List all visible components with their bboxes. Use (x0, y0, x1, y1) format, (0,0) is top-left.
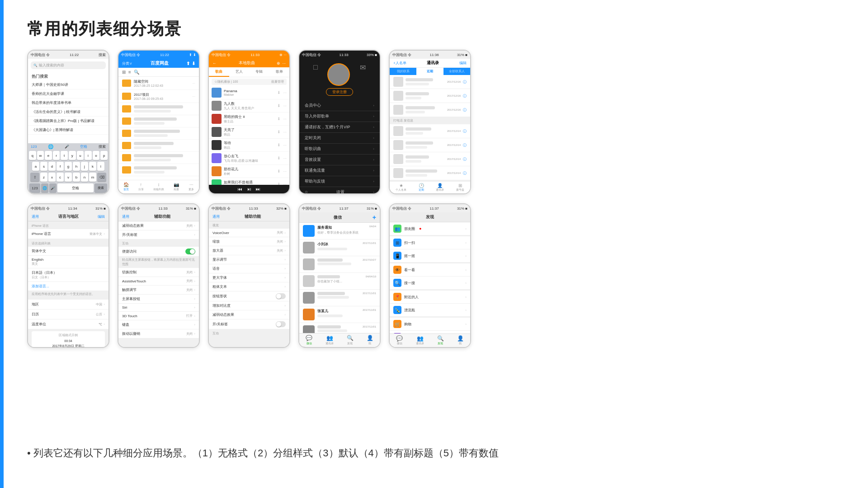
phone4-menu-invite[interactable]: 通请好友，互赠1个月VIP › (299, 122, 380, 133)
phone10-nav-me[interactable]: 👤 我 (457, 335, 464, 346)
phone5-contact-6: 2017/12/14 ⓘ (390, 152, 470, 166)
phone2-nav-more[interactable]: ··· 更多 (189, 182, 194, 192)
phone8-row-speech[interactable]: 语音 › (209, 264, 289, 273)
phone1-content: 输入搜索的内容 热门搜索 大师课｜中国史前50讲 香帅的北大金融学课 韩总带来的… (28, 59, 108, 193)
phone5-nav-keypad[interactable]: ⊞ 拨号盘 (456, 183, 464, 192)
phone9-nav-contacts[interactable]: 👥 通讯录 (326, 335, 334, 346)
bottom-bullet-text: • 列表它还有以下几种细分应用场景。（1）无格式（2）分组样式（3）默认（4）带… (27, 445, 499, 461)
phone7-row-3dtouch[interactable]: 3D Touch 打开 › (118, 312, 199, 320)
phone8-nav-bar: 通用 辅助功能 (209, 212, 289, 221)
phone8-row-bold-text[interactable]: 粗体文本 › (209, 282, 289, 291)
phone7-row-shake-undo[interactable]: 振动以撤销 关闭 › (118, 329, 199, 338)
phone8-row-larger-text[interactable]: 更大字体 › (209, 273, 289, 282)
phone10-item-bottle[interactable]: 🍾 漂流瓶 › (390, 304, 470, 317)
phone9-msg-2[interactable]: 小刘冰 2017/11/01 (299, 239, 380, 256)
phone10-item-nearby[interactable]: 📍 附近的人 › (390, 291, 470, 304)
phone3-tab-songs[interactable]: 歌曲 (209, 67, 229, 77)
phone9-msg-1[interactable]: 服务通知 你好，尊享法务会员业务系统 04/04 (299, 223, 380, 239)
phone3-content: ← 本地歌曲 ⊕ ··· 歌曲 艺人 专辑 歌单 ☆随机播放 | 100 批量管… (209, 59, 289, 193)
phone2-nav-home[interactable]: 🏠 首页 (123, 182, 129, 192)
phone8-row-btn-shapes[interactable]: 按钮形状 (209, 291, 289, 301)
phone7-row-assistive[interactable]: AssistiveTouch 关闭 › (118, 277, 199, 286)
phone5-tab-recent[interactable]: 近期 (416, 68, 443, 75)
phone-accessibility-1: 中国电信 令 11:33 31% ■ 通用 辅助功能 减弱动态效果 关闭 › 开… (118, 203, 200, 348)
phone3-tab-artists[interactable]: 艺人 (229, 67, 250, 77)
phone5-nav-contacts[interactable]: 👤 通讯录 (436, 183, 444, 192)
phone10-item-watch[interactable]: 👁 看一看 › (390, 263, 470, 277)
phone8-row-display[interactable]: 显示调节 › (209, 255, 289, 264)
phone2-nav-transfer[interactable]: ↕ 传输列表 (153, 182, 164, 192)
phone5-tab-contacts[interactable]: 我的联系 (390, 68, 416, 75)
phone8-toggle-off-2[interactable] (276, 321, 286, 327)
phone-wechat-discovery: 中国电信 令 11:37 31% ■ 发现 👥 朋友圈 ● › ⊞ (389, 203, 471, 348)
phone2-nav-share[interactable]: ↑ 分享 (138, 182, 144, 192)
phone3-tab-albums[interactable]: 专辑 (249, 67, 269, 77)
phone9-msg-6[interactable]: 张某儿 2017/11/01 (299, 306, 380, 323)
phone9-msg-3[interactable]: 2017/10/27 (299, 256, 380, 273)
phone10-nav: 💬 微信 👥 通讯录 🔍 发现 👤 我 (390, 333, 470, 347)
phone6-iphone-lang-row[interactable]: iPhone 语言 简体中文 › (28, 229, 108, 239)
phone7-row-siri[interactable]: Siri › (118, 304, 199, 312)
folder-icon (122, 130, 131, 137)
phone5-nav-recent[interactable]: 🕐 近期 (419, 183, 424, 192)
phone4-menu-settings[interactable]: ⚙ 设置 › (299, 187, 380, 193)
phone7-row-switch-ctrl[interactable]: 切换控制 关闭 › (118, 268, 199, 277)
phone4-follow-btn[interactable]: 登录注册 (326, 88, 353, 96)
phone9-nav-me[interactable]: 👤 我 (367, 335, 373, 346)
phone9-nav-wechat[interactable]: 💬 微信 (306, 335, 312, 346)
phone10-nav-discover[interactable]: 🔍 发现 (437, 335, 444, 346)
phone5-nav-fav[interactable]: ★ 个人名单 (396, 183, 406, 192)
phone4-menu-sound[interactable]: 音效设置 › (299, 155, 380, 165)
phone10-nav-wechat[interactable]: 💬 微信 (396, 335, 403, 346)
phone-contacts: 中国电信 令 11:36 31% ■ +人名单 通讯录 编辑 我的联系 近期 全… (389, 50, 471, 194)
phone4-menu-member[interactable]: 会员中心 › (299, 100, 380, 111)
phone7-row-quick-access[interactable]: 便捷访问 (118, 247, 199, 257)
phone4-menu-import[interactable]: 导入外部歌单 › (299, 111, 380, 122)
phone6-region-row[interactable]: 地区 中国 › (28, 300, 108, 310)
phone9-nav-discover[interactable]: 🔍 发现 (347, 335, 354, 346)
phone8-row-reduce-motion[interactable]: 减弱动态效果 › (209, 310, 289, 319)
phone4-menu-feedback[interactable]: 帮助与反馈 › (299, 176, 380, 187)
phone3-song-2: 九人数 九人 天天天,尊贵用户 ⬇ ··· (209, 99, 289, 113)
phone10-item-scan[interactable]: ⊞ 扫一扫 › (390, 236, 470, 249)
phone10-item-shopping[interactable]: 🛒 购物 › (390, 318, 470, 331)
phone8-toggle-off[interactable] (276, 293, 286, 299)
phone4-menu-traffic[interactable]: 联通免流量 › (299, 165, 380, 176)
phone3-tab-singles[interactable]: 歌单 (269, 67, 290, 77)
phone-wechat-messages: 中国电信 令 11:37 31% ■ 微信 + 服务通知 你好，尊享法务会员业务… (298, 203, 381, 348)
phone2-nav-photo[interactable]: 📷 相册 (174, 182, 179, 192)
phones-row-1: 中国电信 令 11:22 搜索 输入搜索的内容 热门搜索 大师课｜中国史前50讲… (27, 50, 841, 194)
phone7-row-touch-adj[interactable]: 触摸调节 关闭 › (118, 286, 199, 295)
phone7-row-keyboard[interactable]: 键盘 › (118, 320, 199, 329)
phone4-menu-listen[interactable]: 听歌识曲 › (299, 144, 380, 155)
phone8-row-zoom[interactable]: 缩放 关闭 › (209, 237, 289, 246)
phone6-edit-btn[interactable]: 编辑 (98, 214, 105, 219)
phone6-back-btn[interactable]: 通用 (32, 214, 39, 219)
phone7-toggle-on[interactable] (185, 249, 195, 254)
phone10-item-search[interactable]: 🔍 搜一搜 › (390, 277, 470, 290)
phone4-menu-timer[interactable]: 定时关闭 › (299, 133, 380, 144)
phone10-item-moments[interactable]: 👥 朋友圈 ● › (390, 222, 470, 235)
phone7-row-reduce-motion[interactable]: 减弱动态效果 关闭 › (118, 221, 199, 230)
phone6-temp-row[interactable]: 温度单位 ℃ › (28, 319, 108, 329)
phone9-msg-4[interactable]: 你也被加了小组... 04/04/10 (299, 273, 380, 290)
phone7-row-labels[interactable]: 开/关标签 › (118, 230, 199, 239)
phone10-group-1: 👥 朋友圈 ● › (390, 222, 470, 235)
phone8-row-on-off-labels[interactable]: 开/关标签 (209, 319, 289, 329)
phone7-row-home-btn[interactable]: 主屏幕按钮 › (118, 295, 199, 304)
phone6-calendar-row[interactable]: 日历 公历 › (28, 310, 108, 319)
phone7-back-btn[interactable]: 通用 (122, 214, 129, 219)
phone1-search-bar[interactable]: 输入搜索的内容 (31, 61, 106, 69)
phone2-folder-2: 2017项目 2017-08-10 09:25:43 ··· (118, 90, 199, 103)
phone8-row-contrast[interactable]: 增加对比度 › (209, 301, 289, 310)
phone10-item-shake[interactable]: 📱 摇一摇 › (390, 249, 470, 263)
phone2-folder-3 (118, 103, 199, 115)
phone8-row-voiceover[interactable]: VoiceOver 关闭 › (209, 229, 289, 237)
phone10-nav-contacts[interactable]: 👥 通讯录 (416, 335, 424, 346)
phone8-back-btn[interactable]: 通用 (212, 214, 220, 219)
phone8-row-magnifier[interactable]: 放大器 关闭 › (209, 246, 289, 255)
phone9-msg-5[interactable]: 2017/11/01 (299, 290, 380, 306)
phone2-folder-1: 随藏空间 2017-08-25 12:02:43 ··· (118, 77, 199, 90)
phone5-tab-all[interactable]: 全部联系人 (443, 68, 470, 75)
phone6-add-lang-btn[interactable]: 添加语言... (28, 282, 108, 291)
